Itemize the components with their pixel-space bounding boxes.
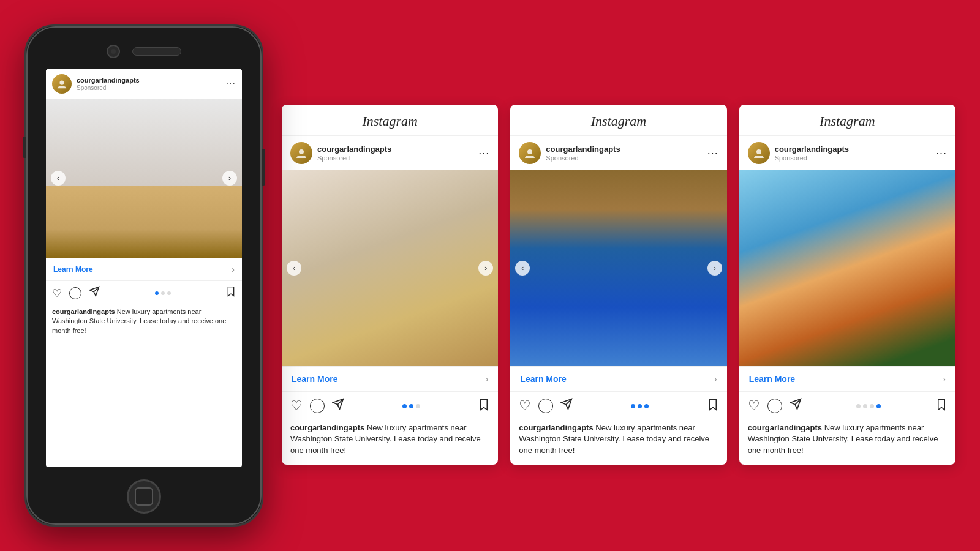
- card-2-heart-icon[interactable]: ♡: [519, 398, 531, 414]
- card-2-learn-more-arrow: ›: [714, 374, 717, 384]
- card-2-sponsored: Sponsored: [546, 154, 702, 162]
- card-1-share-icon[interactable]: [332, 398, 344, 414]
- card-3-bookmark-icon[interactable]: [936, 399, 947, 414]
- phone-dot-2: [161, 291, 165, 295]
- phone-share-icon[interactable]: [89, 286, 100, 300]
- phone-prev-button[interactable]: ‹: [51, 171, 66, 186]
- card-1-caption-username: courgarlandingapts: [290, 423, 364, 432]
- card-3-more-button[interactable]: ···: [936, 147, 947, 160]
- card-2-dot-3: [644, 404, 649, 408]
- phone-image-container: ‹ ›: [46, 99, 242, 258]
- card-1-username: courgarlandingapts: [317, 144, 473, 154]
- card-2-header: courgarlandingapts Sponsored ···: [510, 136, 726, 170]
- card-2-avatar: [519, 142, 541, 164]
- card-3-image-building: [739, 170, 956, 366]
- card-3-comment-icon[interactable]: [767, 399, 782, 413]
- card-1-avatar: [290, 142, 312, 164]
- card-3-caption: courgarlandingapts New luxury apartments…: [739, 420, 956, 465]
- card-3-heart-icon[interactable]: ♡: [748, 398, 760, 414]
- card-3-image-container: ‹ ›: [739, 170, 956, 366]
- phone-dot-1: [155, 291, 159, 295]
- svg-point-2: [527, 149, 532, 154]
- card-2-dot-2: [638, 404, 642, 408]
- card-2-learn-more-button[interactable]: Learn More: [520, 374, 566, 384]
- card-3-dot-4: [876, 404, 881, 408]
- card-1-comment-icon[interactable]: [310, 399, 325, 413]
- card-1-dots: [352, 404, 471, 408]
- card-2-comment-icon[interactable]: [538, 399, 553, 413]
- svg-point-1: [299, 149, 304, 154]
- card-1-user-info: courgarlandingapts Sponsored: [317, 144, 473, 162]
- phone-image-kitchen: [46, 99, 242, 258]
- phone-heart-icon[interactable]: ♡: [52, 287, 62, 300]
- phone-user-info: courgarlandingapts Sponsored: [77, 77, 221, 91]
- phone-home-button[interactable]: [127, 479, 161, 514]
- card-3-header: courgarlandingapts Sponsored ···: [739, 136, 956, 170]
- svg-point-0: [59, 81, 64, 85]
- card-3-dot-2: [863, 404, 867, 408]
- card-3-dot-1: [856, 404, 861, 408]
- card-2-dot-1: [631, 404, 635, 408]
- phone-next-button[interactable]: ›: [222, 171, 237, 186]
- phone-caption-username: courgarlandingapts: [52, 308, 115, 315]
- card-3-dots: [809, 404, 929, 408]
- phone: courgarlandingapts Sponsored ··· ‹ › Lea…: [24, 24, 263, 527]
- phone-screen: courgarlandingapts Sponsored ··· ‹ › Lea…: [46, 69, 242, 467]
- phone-home-btn-inner: [135, 487, 153, 506]
- phone-username: courgarlandingapts: [77, 77, 221, 84]
- card-1-header: courgarlandingapts Sponsored ···: [282, 136, 498, 170]
- phone-container: courgarlandingapts Sponsored ··· ‹ › Lea…: [24, 24, 263, 527]
- card-2-caption: courgarlandingapts New luxury apartments…: [510, 420, 726, 465]
- card-2-username: courgarlandingapts: [546, 144, 702, 154]
- card-2-dots: [580, 404, 699, 408]
- card-2-caption-username: courgarlandingapts: [519, 423, 593, 432]
- phone-learn-more-arrow: ›: [232, 264, 235, 274]
- card-2-image-pool: [510, 170, 726, 366]
- phone-caption: courgarlandingapts New luxury apartments…: [46, 305, 242, 342]
- card-1-dot-2: [409, 404, 413, 408]
- phone-side-btn-left: [23, 137, 26, 158]
- card-1-sponsored: Sponsored: [317, 154, 473, 162]
- phone-side-btn-right: [262, 149, 265, 186]
- ig-card-1: Instagram courgarlandingapts Sponsored ·…: [282, 105, 498, 465]
- card-3-learn-more-bar: Learn More ›: [739, 366, 956, 392]
- card-1-next-button[interactable]: ›: [478, 261, 493, 276]
- card-1-image-container: ‹ ›: [282, 170, 498, 366]
- card-2-bookmark-icon[interactable]: [707, 399, 718, 414]
- card-1-more-button[interactable]: ···: [478, 147, 489, 160]
- card-1-heart-icon[interactable]: ♡: [290, 398, 303, 414]
- phone-learn-more-button[interactable]: Learn More: [53, 265, 93, 274]
- phone-ig-header: courgarlandingapts Sponsored ···: [46, 69, 242, 99]
- card-2-user-info: courgarlandingapts Sponsored: [546, 144, 702, 162]
- card-3-user-info: courgarlandingapts Sponsored: [775, 144, 931, 162]
- phone-dot-3: [167, 291, 171, 295]
- svg-point-3: [756, 149, 761, 154]
- cards-container: Instagram courgarlandingapts Sponsored ·…: [282, 86, 956, 465]
- card-1-bookmark-icon[interactable]: [478, 399, 489, 414]
- card-2-image-container: ‹ ›: [510, 170, 726, 366]
- card-1-learn-more-button[interactable]: Learn More: [292, 374, 337, 384]
- ig-card-3: Instagram courgarlandingapts Sponsored ·…: [739, 105, 956, 465]
- card-2-actions: ♡: [510, 392, 726, 420]
- card-3-learn-more-button[interactable]: Learn More: [749, 374, 795, 384]
- card-2-more-button[interactable]: ···: [707, 147, 718, 160]
- phone-more-button[interactable]: ···: [226, 78, 236, 89]
- phone-comment-icon[interactable]: [69, 287, 81, 299]
- card-2-prev-button[interactable]: ‹: [515, 261, 530, 276]
- card-3-sponsored: Sponsored: [775, 154, 931, 162]
- card-1-learn-more-bar: Learn More ›: [282, 366, 498, 392]
- phone-bookmark-icon[interactable]: [226, 286, 236, 300]
- card-1-instagram-title: Instagram: [282, 105, 498, 136]
- card-3-share-icon[interactable]: [790, 398, 802, 414]
- phone-ig-post: courgarlandingapts Sponsored ··· ‹ › Lea…: [46, 69, 242, 342]
- card-3-username: courgarlandingapts: [775, 144, 931, 154]
- card-2-share-icon[interactable]: [560, 398, 573, 414]
- phone-camera-inner: [111, 49, 116, 54]
- card-2-next-button[interactable]: ›: [707, 261, 722, 276]
- phone-speaker: [132, 47, 181, 56]
- card-1-caption: courgarlandingapts New luxury apartments…: [282, 420, 498, 465]
- card-1-prev-button[interactable]: ‹: [287, 261, 301, 276]
- card-3-caption-username: courgarlandingapts: [748, 423, 822, 432]
- card-1-actions: ♡: [282, 392, 498, 420]
- card-3-dot-3: [870, 404, 874, 408]
